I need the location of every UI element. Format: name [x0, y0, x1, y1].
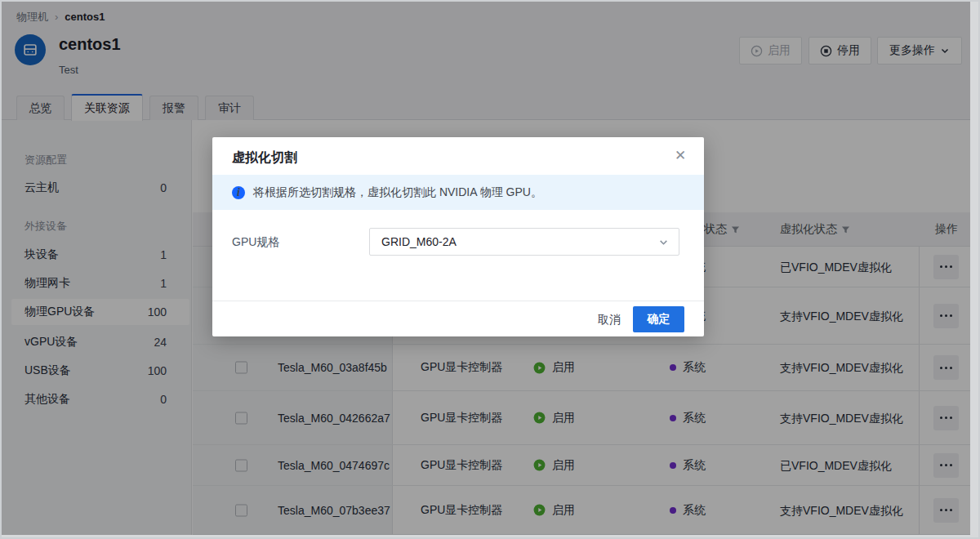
gpu-spec-select[interactable]: GRID_M60-2A — [369, 228, 679, 256]
gpu-spec-label: GPU规格 — [232, 235, 279, 250]
dialog-title: 虚拟化切割 — [232, 149, 297, 167]
close-icon[interactable]: ✕ — [671, 147, 689, 165]
cancel-button[interactable]: 取消 — [598, 309, 621, 332]
info-icon: i — [232, 186, 245, 199]
scrollbar-track-horizontal[interactable] — [0, 535, 970, 539]
scrollbar-track-vertical[interactable] — [970, 0, 980, 539]
confirm-button[interactable]: 确定 — [633, 306, 684, 332]
info-banner-text: 将根据所选切割规格，虚拟化切割此 NVIDIA 物理 GPU。 — [253, 185, 542, 200]
virtualization-split-dialog: 虚拟化切割 ✕ i 将根据所选切割规格，虚拟化切割此 NVIDIA 物理 GPU… — [212, 137, 704, 336]
gpu-spec-selected-value: GRID_M60-2A — [381, 235, 457, 248]
info-banner: i 将根据所选切割规格，虚拟化切割此 NVIDIA 物理 GPU。 — [212, 175, 704, 210]
app-window: 物理机›centos1 centos1 Test 启用 停用 — [0, 0, 980, 539]
dialog-footer: 取消 确定 — [212, 301, 704, 336]
chevron-down-icon — [658, 237, 669, 247]
